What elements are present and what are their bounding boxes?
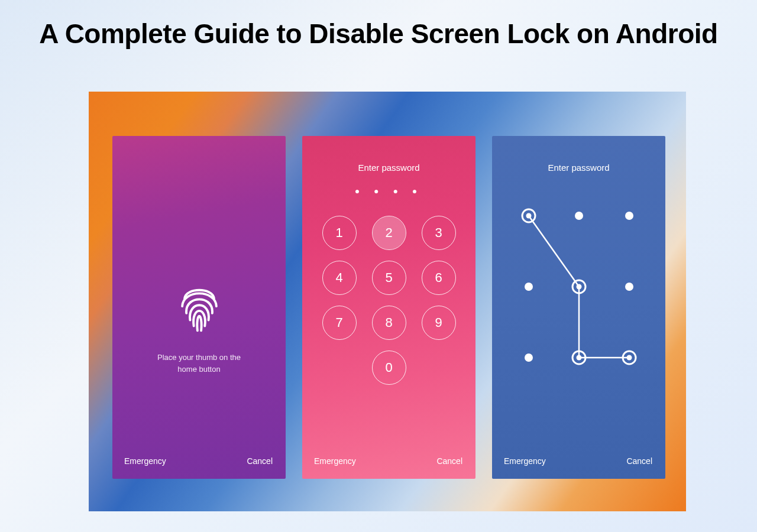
- keypad-2[interactable]: 2: [372, 216, 406, 250]
- fingerprint-icon: [176, 281, 222, 334]
- keypad-6[interactable]: 6: [422, 261, 456, 295]
- pattern-grid[interactable]: [511, 198, 647, 375]
- keypad-1[interactable]: 1: [322, 216, 357, 250]
- page: A Complete Guide to Disable Screen Lock …: [0, 0, 757, 532]
- node-5: [625, 283, 633, 291]
- pin-bottombar: Emergency Cancel: [314, 456, 462, 466]
- cancel-button[interactable]: Cancel: [247, 456, 273, 466]
- hint-line-2: home button: [177, 365, 220, 374]
- pattern-prompt: Enter password: [492, 163, 665, 173]
- keypad-3[interactable]: 3: [422, 216, 456, 250]
- node-4-inner: [576, 284, 581, 290]
- pin-prompt: Enter password: [302, 163, 475, 173]
- node-3: [525, 283, 533, 291]
- pin-entered-dots: ● ● ● ●: [302, 186, 475, 196]
- cancel-button[interactable]: Cancel: [626, 456, 652, 466]
- lockscreen-pattern: Enter password: [492, 136, 665, 479]
- lockscreen-pin: Enter password ● ● ● ● 1 2 3 4 5 6 7 8 9…: [302, 136, 475, 479]
- keypad-0[interactable]: 0: [372, 351, 406, 385]
- fingerprint-bottombar: Emergency Cancel: [124, 456, 273, 466]
- keypad-4[interactable]: 4: [322, 261, 357, 295]
- emergency-button[interactable]: Emergency: [504, 456, 546, 466]
- node-7-inner: [576, 355, 581, 361]
- keypad-5[interactable]: 5: [372, 261, 406, 295]
- emergency-button[interactable]: Emergency: [314, 456, 356, 466]
- node-1: [575, 212, 583, 220]
- keypad-8[interactable]: 8: [372, 306, 406, 340]
- pattern-bottombar: Emergency Cancel: [504, 456, 652, 466]
- fingerprint-hint: Place your thumb on the home button: [112, 352, 286, 375]
- lockscreen-fingerprint: Place your thumb on the home button Emer…: [112, 136, 286, 479]
- hint-line-1: Place your thumb on the: [157, 353, 241, 362]
- keypad-7[interactable]: 7: [322, 306, 357, 340]
- hero-image: Place your thumb on the home button Emer…: [89, 92, 686, 511]
- node-2: [625, 212, 633, 220]
- pin-keypad: 1 2 3 4 5 6 7 8 9 0: [302, 216, 475, 385]
- node-0-inner: [526, 213, 531, 219]
- lock-screens-row: Place your thumb on the home button Emer…: [112, 136, 665, 479]
- cancel-button[interactable]: Cancel: [436, 456, 462, 466]
- node-8-inner: [626, 355, 632, 361]
- emergency-button[interactable]: Emergency: [124, 456, 166, 466]
- node-6: [525, 353, 533, 362]
- page-title: A Complete Guide to Disable Screen Lock …: [0, 18, 757, 50]
- keypad-9[interactable]: 9: [422, 306, 456, 340]
